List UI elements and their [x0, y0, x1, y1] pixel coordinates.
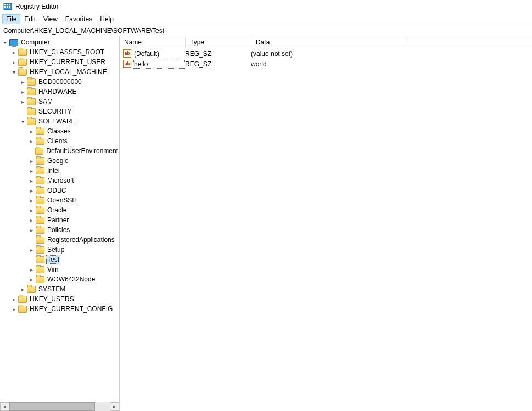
- expand-icon[interactable]: [29, 138, 35, 144]
- address-bar[interactable]: Computer\HKEY_LOCAL_MACHINE\SOFTWARE\Tes…: [0, 25, 532, 36]
- folder-icon: [36, 167, 44, 174]
- tree-item-label: Oracle: [46, 206, 68, 214]
- expand-icon[interactable]: [29, 198, 35, 204]
- expand-icon[interactable]: [29, 128, 35, 134]
- tree-item[interactable]: Classes: [0, 126, 119, 136]
- tree-item[interactable]: Setup: [0, 245, 119, 255]
- tree-item[interactable]: HARDWARE: [0, 87, 119, 97]
- scroll-right-button[interactable]: ►: [110, 402, 119, 411]
- scroll-track[interactable]: [9, 402, 110, 411]
- value-row[interactable]: abhelloREG_SZworld: [120, 59, 532, 69]
- tree-item-label: OpenSSH: [46, 196, 78, 204]
- tree-item[interactable]: Clients: [0, 136, 119, 146]
- tree-item-label: SOFTWARE: [37, 117, 77, 125]
- expand-icon[interactable]: [29, 267, 35, 273]
- tree-item[interactable]: Vim: [0, 264, 119, 274]
- tree-item[interactable]: HKEY_CURRENT_CONFIG: [0, 304, 119, 314]
- tree-item-label: SAM: [37, 98, 54, 105]
- svg-rect-3: [9, 4, 10, 5]
- tree-item[interactable]: SECURITY: [0, 106, 119, 116]
- expand-icon[interactable]: [29, 217, 35, 223]
- folder-icon: [36, 276, 44, 283]
- expand-icon[interactable]: [20, 79, 26, 85]
- expand-icon[interactable]: [29, 178, 35, 184]
- menu-edit[interactable]: Edit: [20, 14, 40, 24]
- expand-icon[interactable]: [29, 158, 35, 164]
- folder-icon: [36, 237, 44, 244]
- tree-item[interactable]: Oracle: [0, 205, 119, 215]
- tree-item[interactable]: DefaultUserEnvironment: [0, 146, 119, 156]
- menu-bar: File Edit View Favorites Help: [0, 13, 532, 25]
- tree-item[interactable]: HKEY_CLASSES_ROOT: [0, 47, 119, 57]
- expand-icon[interactable]: [20, 99, 26, 105]
- tree-item[interactable]: SAM: [0, 97, 119, 106]
- folder-icon: [18, 306, 27, 313]
- expand-icon[interactable]: [11, 306, 17, 312]
- address-text: Computer\HKEY_LOCAL_MACHINE\SOFTWARE\Tes…: [3, 27, 164, 35]
- expand-icon[interactable]: [11, 59, 17, 65]
- value-type: REG_SZ: [185, 60, 251, 68]
- tree-horizontal-scrollbar[interactable]: ◄ ►: [0, 402, 119, 411]
- expand-icon[interactable]: [29, 277, 35, 283]
- expand-icon[interactable]: [29, 247, 35, 253]
- collapse-icon[interactable]: [2, 40, 8, 46]
- tree-item-label: Partner: [46, 216, 70, 224]
- tree-item[interactable]: RegisteredApplications: [0, 235, 119, 245]
- tree-item[interactable]: HKEY_USERS: [0, 294, 119, 304]
- tree-item[interactable]: Intel: [0, 166, 119, 176]
- tree-item[interactable]: SOFTWARE: [0, 116, 119, 126]
- tree-item-label: HARDWARE: [37, 88, 78, 95]
- tree-item[interactable]: OpenSSH: [0, 195, 119, 205]
- value-type: REG_SZ: [185, 50, 251, 58]
- tree-item[interactable]: Partner: [0, 215, 119, 225]
- folder-icon: [36, 197, 44, 204]
- title-bar: Registry Editor: [0, 0, 532, 13]
- expand-icon[interactable]: [29, 188, 35, 194]
- tree-item[interactable]: SYSTEM: [0, 284, 119, 294]
- tree-item[interactable]: WOW6432Node: [0, 274, 119, 284]
- column-header-type[interactable]: Type: [186, 37, 251, 47]
- expand-icon[interactable]: [11, 49, 17, 55]
- tree-item-label: WOW6432Node: [46, 275, 96, 283]
- collapse-icon[interactable]: [11, 69, 17, 75]
- folder-icon: [36, 227, 44, 234]
- tree-item[interactable]: Microsoft: [0, 176, 119, 185]
- tree-item-label: BCD00000000: [37, 78, 83, 86]
- regedit-icon: [3, 2, 12, 11]
- svg-rect-2: [7, 4, 8, 5]
- collapse-icon[interactable]: [20, 119, 26, 125]
- tree-item[interactable]: Google: [0, 156, 119, 166]
- menu-favorites[interactable]: Favorites: [61, 14, 96, 24]
- menu-help[interactable]: Help: [96, 14, 117, 24]
- menu-view[interactable]: View: [40, 14, 61, 24]
- expand-icon[interactable]: [29, 227, 35, 233]
- tree-item[interactable]: Test: [0, 255, 119, 264]
- column-header-data[interactable]: Data: [251, 37, 405, 47]
- expand-icon[interactable]: [20, 286, 26, 292]
- tree-item[interactable]: ODBC: [0, 185, 119, 195]
- expand-icon[interactable]: [20, 89, 26, 95]
- tree-item-label: Computer: [20, 38, 51, 46]
- tree-item[interactable]: BCD00000000: [0, 77, 119, 87]
- scroll-left-button[interactable]: ◄: [0, 402, 9, 411]
- registry-tree[interactable]: ComputerHKEY_CLASSES_ROOTHKEY_CURRENT_US…: [0, 36, 119, 402]
- tree-item[interactable]: HKEY_LOCAL_MACHINE: [0, 67, 119, 77]
- folder-icon: [18, 59, 27, 66]
- values-list[interactable]: ab(Default)REG_SZ(value not set)abhelloR…: [120, 48, 532, 411]
- svg-rect-1: [4, 4, 6, 5]
- menu-file[interactable]: File: [2, 14, 20, 24]
- svg-rect-4: [4, 6, 6, 8]
- column-header-name[interactable]: Name: [120, 37, 186, 47]
- tree-item[interactable]: Policies: [0, 225, 119, 235]
- tree-item[interactable]: Computer: [0, 37, 119, 47]
- value-name: hello: [133, 60, 185, 69]
- expand-icon[interactable]: [29, 207, 35, 213]
- tree-item[interactable]: HKEY_CURRENT_USER: [0, 57, 119, 67]
- folder-icon: [27, 88, 36, 95]
- folder-icon: [27, 118, 36, 125]
- scroll-thumb[interactable]: [9, 402, 95, 411]
- value-name: (Default): [133, 50, 185, 58]
- expand-icon[interactable]: [11, 296, 17, 302]
- expand-icon[interactable]: [29, 168, 35, 174]
- value-row[interactable]: ab(Default)REG_SZ(value not set): [120, 48, 532, 59]
